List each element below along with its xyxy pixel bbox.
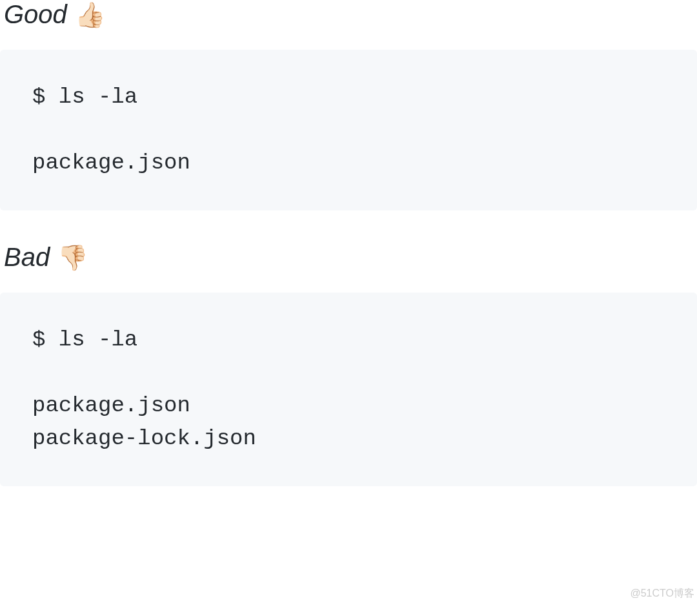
thumbs-down-icon: 👎🏻	[57, 243, 88, 272]
good-section-label: Good 👍🏻	[4, 0, 697, 29]
good-code-block: $ ls -la package.json	[0, 50, 697, 210]
bad-label-text: Bad	[4, 243, 50, 272]
bad-section-label: Bad 👎🏻	[4, 243, 697, 272]
thumbs-up-icon: 👍🏻	[75, 1, 105, 29]
bad-code-block: $ ls -la package.json package-lock.json	[0, 293, 697, 486]
watermark: @51CTO博客	[630, 587, 694, 601]
good-label-text: Good	[4, 0, 67, 29]
